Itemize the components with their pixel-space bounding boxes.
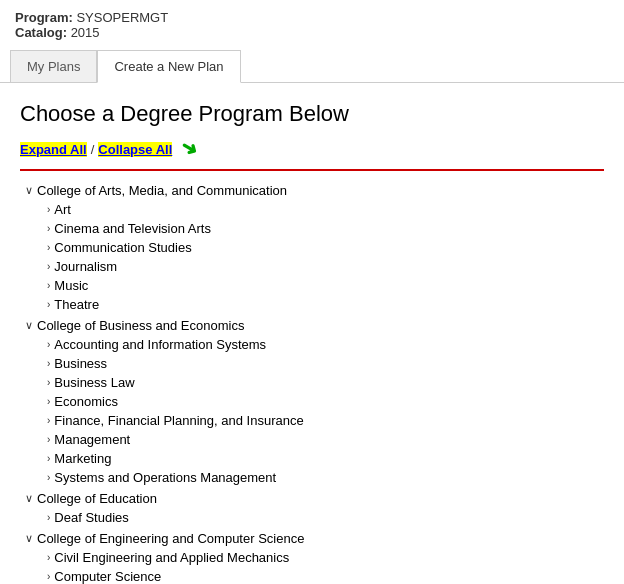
program-name: Communication Studies	[54, 240, 191, 255]
program-item[interactable]: ›Civil Engineering and Applied Mechanics	[47, 548, 604, 567]
tab-bar: My Plans Create a New Plan	[0, 49, 624, 83]
college-item: ∨College of Education›Deaf Studies	[25, 489, 604, 527]
college-label[interactable]: ∨College of Arts, Media, and Communicati…	[25, 181, 604, 200]
program-item[interactable]: ›Management	[47, 430, 604, 449]
program-item[interactable]: ›Business	[47, 354, 604, 373]
college-item: ∨College of Engineering and Computer Sci…	[25, 529, 604, 584]
program-name: Art	[54, 202, 71, 217]
program-chevron-icon: ›	[47, 434, 50, 445]
college-name: College of Business and Economics	[37, 318, 244, 333]
program-name: Accounting and Information Systems	[54, 337, 266, 352]
program-chevron-icon: ›	[47, 204, 50, 215]
program-name: Finance, Financial Planning, and Insuran…	[54, 413, 303, 428]
tab-create-new-plan[interactable]: Create a New Plan	[97, 50, 240, 83]
program-chevron-icon: ›	[47, 242, 50, 253]
sub-items-list: ›Accounting and Information Systems›Busi…	[25, 335, 604, 487]
catalog-label: Catalog:	[15, 25, 67, 40]
college-chevron-icon: ∨	[25, 184, 33, 197]
sub-items-list: ›Civil Engineering and Applied Mechanics…	[25, 548, 604, 584]
program-name: Economics	[54, 394, 118, 409]
program-item[interactable]: ›Journalism	[47, 257, 604, 276]
program-chevron-icon: ›	[47, 299, 50, 310]
college-chevron-icon: ∨	[25, 319, 33, 332]
main-content: Choose a Degree Program Below Expand All…	[0, 83, 624, 584]
program-item[interactable]: ›Cinema and Television Arts	[47, 219, 604, 238]
degree-tree: ∨College of Arts, Media, and Communicati…	[20, 181, 604, 584]
program-chevron-icon: ›	[47, 415, 50, 426]
header-info: Program: SYSOPERMGT Catalog: 2015	[0, 0, 624, 45]
program-item[interactable]: ›Art	[47, 200, 604, 219]
catalog-value: 2015	[71, 25, 100, 40]
program-name: Systems and Operations Management	[54, 470, 276, 485]
sub-items-list: ›Art›Cinema and Television Arts›Communic…	[25, 200, 604, 314]
program-chevron-icon: ›	[47, 571, 50, 582]
program-chevron-icon: ›	[47, 552, 50, 563]
program-item[interactable]: ›Accounting and Information Systems	[47, 335, 604, 354]
program-name: Business	[54, 356, 107, 371]
college-chevron-icon: ∨	[25, 532, 33, 545]
program-name: Cinema and Television Arts	[54, 221, 211, 236]
program-name: Marketing	[54, 451, 111, 466]
program-item[interactable]: ›Music	[47, 276, 604, 295]
tab-my-plans[interactable]: My Plans	[10, 50, 97, 83]
program-item[interactable]: ›Deaf Studies	[47, 508, 604, 527]
program-item[interactable]: ›Computer Science	[47, 567, 604, 584]
college-chevron-icon: ∨	[25, 492, 33, 505]
program-name: Journalism	[54, 259, 117, 274]
expand-all-link[interactable]: Expand All	[20, 142, 87, 157]
college-label[interactable]: ∨College of Engineering and Computer Sci…	[25, 529, 604, 548]
program-name: Computer Science	[54, 569, 161, 584]
college-name: College of Engineering and Computer Scie…	[37, 531, 304, 546]
program-item[interactable]: ›Systems and Operations Management	[47, 468, 604, 487]
program-item[interactable]: ›Finance, Financial Planning, and Insura…	[47, 411, 604, 430]
college-item: ∨College of Arts, Media, and Communicati…	[25, 181, 604, 314]
program-name: Civil Engineering and Applied Mechanics	[54, 550, 289, 565]
program-chevron-icon: ›	[47, 377, 50, 388]
sub-items-list: ›Deaf Studies	[25, 508, 604, 527]
program-value: SYSOPERMGT	[76, 10, 168, 25]
program-chevron-icon: ›	[47, 339, 50, 350]
program-name: Management	[54, 432, 130, 447]
college-label[interactable]: ∨College of Education	[25, 489, 604, 508]
program-chevron-icon: ›	[47, 358, 50, 369]
program-label: Program:	[15, 10, 73, 25]
program-name: Business Law	[54, 375, 134, 390]
program-chevron-icon: ›	[47, 453, 50, 464]
program-chevron-icon: ›	[47, 280, 50, 291]
program-chevron-icon: ›	[47, 261, 50, 272]
arrow-icon: ➜	[175, 134, 202, 163]
program-chevron-icon: ›	[47, 396, 50, 407]
program-chevron-icon: ›	[47, 512, 50, 523]
program-item[interactable]: ›Marketing	[47, 449, 604, 468]
college-name: College of Education	[37, 491, 157, 506]
page-title: Choose a Degree Program Below	[20, 101, 604, 127]
program-chevron-icon: ›	[47, 472, 50, 483]
catalog-line: Catalog: 2015	[15, 25, 609, 40]
collapse-all-link[interactable]: Collapse All	[98, 142, 172, 157]
college-label[interactable]: ∨College of Business and Economics	[25, 316, 604, 335]
program-name: Deaf Studies	[54, 510, 128, 525]
college-name: College of Arts, Media, and Communicatio…	[37, 183, 287, 198]
separator: /	[91, 142, 95, 157]
program-item[interactable]: ›Theatre	[47, 295, 604, 314]
program-item[interactable]: ›Economics	[47, 392, 604, 411]
program-chevron-icon: ›	[47, 223, 50, 234]
college-item: ∨College of Business and Economics›Accou…	[25, 316, 604, 487]
program-name: Theatre	[54, 297, 99, 312]
program-item[interactable]: ›Business Law	[47, 373, 604, 392]
program-item[interactable]: ›Communication Studies	[47, 238, 604, 257]
program-name: Music	[54, 278, 88, 293]
red-divider	[20, 169, 604, 171]
expand-collapse-row: Expand All / Collapse All ➜	[20, 137, 604, 161]
program-line: Program: SYSOPERMGT	[15, 10, 609, 25]
